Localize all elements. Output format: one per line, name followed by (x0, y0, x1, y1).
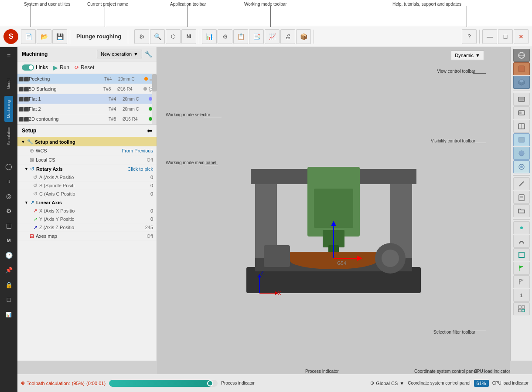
op-row-pocketing[interactable]: ⬛⬛ Pocketing T#4 20mm C ▬ (17, 74, 157, 84)
system-icon[interactable]: S (3, 29, 18, 44)
svg-rect-26 (518, 66, 525, 72)
run-button[interactable]: ▶ Run (53, 64, 69, 71)
sidebar-dots-button[interactable]: ⁞⁞ (2, 174, 16, 188)
tb-search-button[interactable]: 🔍 (150, 29, 165, 44)
rt-knife-button[interactable] (513, 177, 530, 190)
sidebar-pin-button[interactable]: 📌 (2, 263, 16, 277)
maximize-button[interactable]: □ (498, 29, 513, 44)
linear-icon: ↗ (30, 199, 34, 206)
op-size-flat2: 20mm C (123, 107, 149, 112)
progress-bar-fill (109, 380, 212, 387)
setup-tooling-header[interactable]: ▼ 🔧 Setup and tooling (17, 137, 157, 146)
op-row-flat2[interactable]: ⬛⬛ Flat 2 T#4 20mm C (17, 104, 157, 114)
setup-localcs-icon: ⊠ (30, 157, 34, 163)
new-file-button[interactable]: 📄 (21, 29, 36, 44)
sidebar-rect-button[interactable]: □ (2, 293, 16, 307)
sidebar-m-button[interactable]: M (2, 233, 16, 247)
sidebar-gear-button[interactable]: ⚙ (2, 204, 16, 218)
sidebar-tab-model[interactable]: Model (4, 73, 13, 95)
close-button[interactable]: ✕ (514, 29, 529, 44)
svg-rect-45 (518, 306, 521, 308)
rotary-axis-value[interactable]: Click to pick (127, 166, 153, 172)
svg-rect-30 (519, 98, 524, 101)
progress-bar-container[interactable] (109, 380, 218, 387)
rt-number-button[interactable]: 1 (513, 289, 530, 302)
setup-localcs-value[interactable]: Off (147, 157, 153, 162)
op-row-5d-surfacing[interactable]: ⬛⬛ 5D Surfacing T#8 Ø16 R4 💬 (17, 84, 157, 94)
links-toggle[interactable]: Links (22, 64, 48, 71)
open-file-button[interactable]: 📂 (37, 29, 51, 44)
save-file-button[interactable]: 💾 (52, 29, 67, 44)
rotary-c-value[interactable]: 0 (150, 191, 153, 196)
sidebar-lock-button[interactable]: 🔒 (2, 278, 16, 292)
linear-z-value[interactable]: 245 (145, 225, 153, 230)
axes-map-value[interactable]: Off (147, 233, 153, 239)
rt-sel3-button[interactable] (513, 248, 530, 261)
svg-rect-47 (518, 309, 521, 312)
op-row-flat1[interactable]: ⬛⬛ Flat 1 T#4 20mm C (17, 94, 157, 104)
rt-folder-button[interactable] (513, 204, 530, 217)
rt-cube3d-button[interactable] (513, 76, 530, 89)
rt-vis6-button[interactable] (513, 160, 530, 173)
rt-grid-button[interactable] (513, 302, 530, 315)
tb-settings-button[interactable]: ⚙ (134, 29, 149, 44)
rotary-s-value[interactable]: 0 (150, 183, 153, 188)
tb-doc-button[interactable]: 📑 (249, 29, 264, 44)
settings-wrench-button[interactable]: 🔧 (145, 51, 152, 57)
rotary-axis-header[interactable]: ▼ ↺ Rotary Axis Click to pick (17, 165, 157, 173)
annotation-cpu: CPU load indicator (492, 381, 529, 385)
tb-gear-button[interactable]: ⚙ (218, 29, 232, 44)
setup-wcs-value[interactable]: From Previous (122, 148, 153, 153)
rt-sel2-button[interactable] (513, 235, 530, 248)
tb-mesh-button[interactable]: ⬡ (166, 29, 181, 44)
help-button[interactable]: ? (462, 29, 477, 44)
setup-settings-button[interactable]: ⬅ (147, 127, 152, 134)
tb-print-button[interactable]: 🖨 (280, 29, 295, 44)
tb-package-button[interactable]: 📦 (296, 29, 311, 44)
axes-map-row: ⊟ Axes map Off (17, 232, 157, 241)
viewport[interactable]: Dynamic ▼ (157, 47, 510, 374)
svg-rect-44 (519, 252, 524, 257)
coordinate-system-panel[interactable]: ⊕ Global CS ▼ (370, 380, 404, 386)
new-operation-button[interactable]: New operation ▼ (97, 50, 142, 58)
progress-knob[interactable] (207, 380, 213, 386)
op-row-2d-contouring[interactable]: ⬛⬛ 2D contouring T#8 Ø16 R4 (17, 114, 157, 124)
rotary-axis-label: Rotary Axis (36, 166, 127, 172)
linear-z-icon: ↗ (33, 224, 38, 230)
rt-vis1-button[interactable] (513, 93, 530, 106)
sidebar-layers-button[interactable]: ◫ (2, 219, 16, 233)
rt-vis3-button[interactable] (513, 120, 530, 133)
linear-axis-header[interactable]: ▼ ↗ Linear Axis (17, 198, 157, 207)
linear-y-value[interactable]: 0 (150, 216, 153, 222)
sidebar-bar-button[interactable]: 📊 (2, 308, 16, 321)
linear-x-value[interactable]: 0 (150, 208, 153, 213)
tb-ni-button[interactable]: NI (181, 29, 196, 44)
rt-vis2-button[interactable] (513, 106, 530, 119)
rt-flag2-button[interactable] (513, 275, 530, 288)
rt-vis5-button[interactable] (513, 147, 530, 160)
sidebar-tab-machining[interactable]: Machining (4, 96, 13, 122)
svg-text:X: X (278, 291, 281, 296)
ops-scrollbar[interactable] (152, 74, 157, 124)
minimize-button[interactable]: — (482, 29, 497, 44)
rt-cube-face1-button[interactable] (513, 62, 530, 75)
rt-book-button[interactable] (513, 191, 530, 204)
op-icon-2d: ⬛⬛ (20, 115, 27, 122)
sidebar-target-button[interactable]: ◎ (2, 189, 16, 203)
tb-graph-button[interactable]: 📈 (265, 29, 280, 44)
annotation-help: Help, tutorials, support and updates (392, 2, 461, 7)
sidebar-clock-button[interactable]: 🕐 (2, 248, 16, 262)
rt-sel1-button[interactable] (513, 221, 530, 234)
rt-flag1-button[interactable] (513, 262, 530, 275)
sidebar-tab-simulation[interactable]: Simulation (4, 123, 13, 149)
op-status-flat2 (149, 107, 152, 111)
tb-chart-button[interactable]: 📊 (202, 29, 217, 44)
rotary-a-value[interactable]: 0 (150, 175, 153, 180)
reset-button[interactable]: ⟳ Reset (75, 64, 94, 71)
tb-copy-button[interactable]: 📋 (233, 29, 248, 44)
rt-vis4-button[interactable] (513, 133, 530, 146)
sidebar-rotate-button[interactable]: ◯ (2, 159, 16, 173)
op-tool-flat1: T#4 (109, 97, 123, 101)
rt-globe-button[interactable] (513, 49, 530, 62)
sidebar-menu-button[interactable]: ≡ (2, 49, 16, 63)
